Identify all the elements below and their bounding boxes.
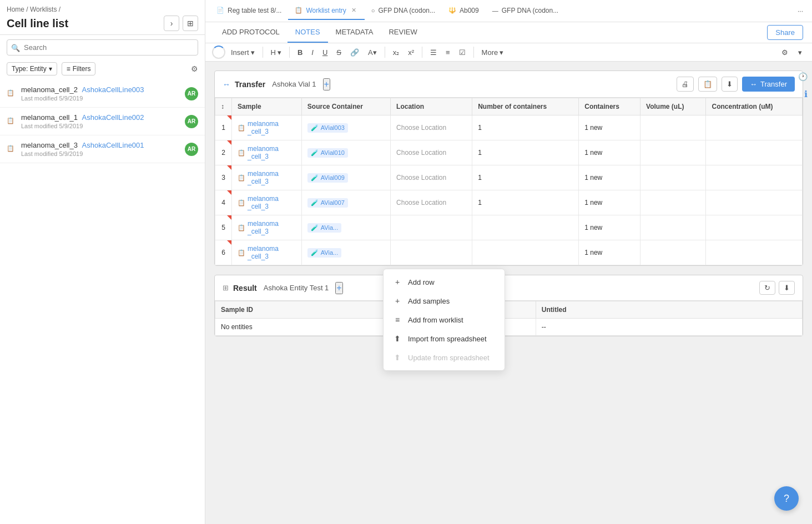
underline-button[interactable]: U bbox=[319, 46, 331, 59]
table-row: No entities -- bbox=[215, 319, 803, 336]
grid-view-icon[interactable]: ⊞ bbox=[183, 16, 198, 31]
volume-cell bbox=[640, 165, 706, 190]
untitled-cell: -- bbox=[536, 319, 802, 336]
col-source-container: Source Container bbox=[301, 98, 390, 115]
tab-close-icon[interactable]: ✕ bbox=[350, 6, 358, 14]
add-row-item[interactable]: + Add row bbox=[384, 273, 505, 291]
sidebar-header: Home / Worklists / Cell line list › ⊞ bbox=[0, 0, 205, 35]
filters-button[interactable]: ≡ Filters bbox=[62, 62, 96, 75]
tab-review[interactable]: REVIEW bbox=[381, 22, 425, 43]
source-tag[interactable]: 🧪 AVial009 bbox=[307, 173, 348, 183]
sample-cell: 📋 melanoma_cell_3 bbox=[232, 215, 302, 240]
tab-worklist-entry[interactable]: 📋 Worklist entry ✕ bbox=[288, 2, 364, 20]
type-filter-button[interactable]: Type: Entity ▾ bbox=[7, 62, 57, 75]
entity-date: Last modified 5/9/2019 bbox=[21, 150, 185, 157]
vial-icon: 🧪 bbox=[311, 199, 319, 206]
sample-cell: 📋 melanoma_cell_3 bbox=[232, 115, 302, 140]
col-num-containers: Number of containers bbox=[472, 98, 579, 115]
tab-metadata[interactable]: METADATA bbox=[328, 22, 381, 43]
divider bbox=[289, 47, 290, 58]
expand-icon[interactable]: › bbox=[164, 16, 179, 31]
volume-cell bbox=[640, 240, 706, 265]
ordered-list-button[interactable]: ≡ bbox=[442, 46, 453, 59]
italic-button[interactable]: I bbox=[308, 46, 317, 59]
location-cell[interactable]: Choose Location bbox=[391, 140, 472, 165]
circle-icon: ○ bbox=[371, 7, 375, 14]
settings-filter-icon[interactable]: ⚙ bbox=[191, 64, 198, 73]
import-spreadsheet-item[interactable]: ⬆ Import from spreadsheet bbox=[384, 329, 505, 348]
add-from-worklist-item[interactable]: ≡ Add from worklist bbox=[384, 310, 505, 329]
checklist-button[interactable]: ☑ bbox=[456, 46, 469, 59]
sample-link[interactable]: 📋 melanoma_cell_3 bbox=[238, 120, 296, 135]
location-cell[interactable] bbox=[391, 240, 472, 265]
strikethrough-button[interactable]: S bbox=[333, 46, 345, 59]
result-subtitle: Ashoka Entity Test 1 bbox=[264, 284, 329, 292]
transfer-action-button[interactable]: ↔ Transfer bbox=[742, 77, 795, 92]
superscript-button[interactable]: x² bbox=[405, 46, 417, 59]
num-containers-cell: 1 bbox=[472, 165, 579, 190]
source-tag[interactable]: 🧪 AVial003 bbox=[307, 123, 348, 133]
row-number: 1 bbox=[215, 115, 232, 140]
table-row: 5 📋 melanoma_cell_3 🧪 AVia... bbox=[215, 215, 803, 240]
search-input[interactable] bbox=[7, 39, 198, 56]
list-item[interactable]: 📋 melanoma_cell_1 AshokaCellLine002 Last… bbox=[0, 108, 205, 135]
upload-icon: ⬆ bbox=[392, 334, 402, 343]
copy-button[interactable]: 📋 bbox=[698, 77, 717, 92]
share-button[interactable]: Share bbox=[767, 25, 803, 40]
bold-button[interactable]: B bbox=[294, 46, 306, 59]
list-item[interactable]: 📋 melanoma_cell_2 AshokaCellLine003 Last… bbox=[0, 80, 205, 108]
containers-cell: 1 new bbox=[579, 215, 640, 240]
source-tag[interactable]: 🧪 AVia... bbox=[307, 248, 341, 258]
download-button[interactable]: ⬇ bbox=[722, 77, 738, 92]
settings-more-button[interactable]: ▾ bbox=[795, 46, 805, 59]
sample-cell: 📋 melanoma_cell_3 bbox=[232, 165, 302, 190]
result-download-button[interactable]: ⬇ bbox=[779, 281, 795, 295]
transfer-add-button[interactable]: + bbox=[323, 78, 330, 90]
filter-lines-icon: ≡ bbox=[67, 65, 70, 73]
location-cell[interactable]: Choose Location bbox=[391, 165, 472, 190]
source-tag[interactable]: 🧪 AVial007 bbox=[307, 198, 348, 208]
tab-reg-table[interactable]: 📄 Reg table test 8/... bbox=[210, 2, 288, 20]
result-section: ⊞ Result Ashoka Entity Test 1 + ↻ ⬇ Samp… bbox=[214, 275, 803, 336]
heading-button[interactable]: H ▾ bbox=[268, 46, 285, 59]
location-cell[interactable]: Choose Location bbox=[391, 115, 472, 140]
file-icon: 📄 bbox=[216, 7, 224, 14]
tab-add-protocol[interactable]: ADD PROTOCOL bbox=[214, 22, 288, 43]
sample-link[interactable]: 📋 melanoma_cell_3 bbox=[238, 170, 296, 185]
result-add-button[interactable]: + bbox=[335, 282, 342, 294]
info-icon[interactable]: ℹ bbox=[804, 89, 808, 99]
add-samples-item[interactable]: + Add samples bbox=[384, 291, 505, 310]
sample-link[interactable]: 📋 melanoma_cell_3 bbox=[238, 145, 296, 160]
clock-icon[interactable]: 🕐 bbox=[798, 72, 808, 81]
tab-notes[interactable]: NOTES bbox=[288, 22, 328, 43]
more-button[interactable]: More ▾ bbox=[478, 46, 507, 59]
sample-link[interactable]: 📋 melanoma_cell_3 bbox=[238, 245, 296, 260]
font-color-button[interactable]: A▾ bbox=[365, 46, 380, 59]
concentration-cell bbox=[706, 190, 803, 215]
divider bbox=[385, 47, 385, 58]
print-button[interactable]: 🖨 bbox=[677, 77, 694, 92]
plus-icon: + bbox=[392, 296, 402, 305]
tab-gfp-dna-2[interactable]: — GFP DNA (codon... bbox=[486, 2, 566, 20]
link-button[interactable]: 🔗 bbox=[347, 46, 362, 59]
search-box: 🔍 bbox=[7, 39, 198, 56]
volume-cell bbox=[640, 115, 706, 140]
tab-gfp-dna-1[interactable]: ○ GFP DNA (codon... bbox=[365, 2, 442, 20]
settings-button[interactable]: ⚙ bbox=[778, 46, 791, 59]
insert-button[interactable]: Insert ▾ bbox=[228, 46, 258, 59]
refresh-button[interactable]: ↻ bbox=[759, 281, 775, 295]
sample-link[interactable]: 📋 melanoma_cell_3 bbox=[238, 195, 296, 210]
containers-cell: 1 new bbox=[579, 115, 640, 140]
help-fab-button[interactable]: ? bbox=[774, 486, 799, 511]
tab-ab009[interactable]: 🔱 Ab009 bbox=[442, 2, 486, 20]
subscript-button[interactable]: x₂ bbox=[390, 46, 403, 59]
bullet-list-button[interactable]: ☰ bbox=[427, 46, 440, 59]
more-tabs-button[interactable]: ··· bbox=[793, 5, 808, 17]
location-cell[interactable]: Choose Location bbox=[391, 190, 472, 215]
source-tag[interactable]: 🧪 AVia... bbox=[307, 223, 341, 233]
sample-link[interactable]: 📋 melanoma_cell_3 bbox=[238, 220, 296, 235]
list-item[interactable]: 📋 melanoma_cell_3 AshokaCellLine001 Last… bbox=[0, 135, 205, 163]
location-cell[interactable] bbox=[391, 215, 472, 240]
source-tag[interactable]: 🧪 AVial010 bbox=[307, 148, 348, 158]
row-number: 6 bbox=[215, 240, 232, 265]
